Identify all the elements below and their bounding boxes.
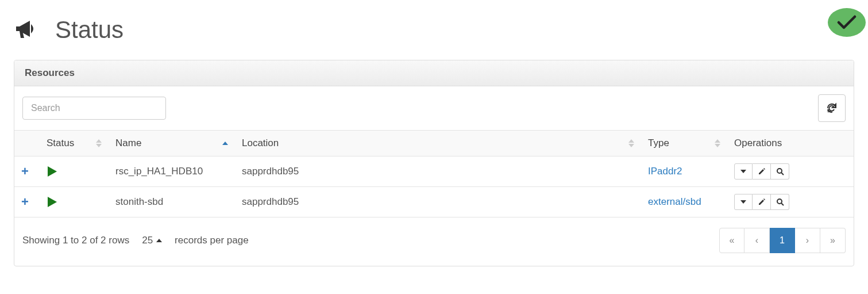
column-name[interactable]: Name	[109, 131, 235, 156]
sort-icon	[715, 139, 720, 147]
page-first-button[interactable]: «	[719, 228, 744, 253]
page-prev-button[interactable]: ‹	[744, 228, 770, 253]
play-icon	[47, 165, 102, 178]
column-location[interactable]: Location	[235, 131, 641, 156]
cell-name: rsc_ip_HA1_HDB10	[109, 156, 235, 187]
edit-button[interactable]	[753, 194, 771, 210]
panel-toolbar	[14, 86, 854, 130]
column-operations-label: Operations	[734, 138, 782, 148]
caret-up-icon	[156, 239, 162, 242]
panel-footer: Showing 1 to 2 of 2 rows 25 records per …	[14, 217, 854, 266]
column-type-label: Type	[648, 138, 669, 149]
type-link[interactable]: IPaddr2	[648, 166, 682, 177]
svg-point-0	[777, 169, 782, 173]
type-link[interactable]: external/sbd	[648, 196, 701, 207]
column-type[interactable]: Type	[641, 131, 727, 156]
resources-panel: Resources	[14, 60, 854, 266]
row-operations	[734, 194, 789, 210]
global-status-badge	[828, 8, 866, 37]
records-label: records per page	[175, 235, 249, 246]
page-next-button[interactable]: ›	[795, 228, 820, 253]
sort-icon	[222, 142, 228, 145]
cell-name: stonith-sbd	[109, 187, 235, 217]
expand-button[interactable]: +	[21, 164, 29, 178]
magnifier-icon	[776, 198, 784, 206]
caret-down-icon	[740, 170, 746, 173]
pagination: « ‹ 1 › »	[719, 228, 846, 253]
pencil-icon	[758, 198, 766, 206]
edit-button[interactable]	[753, 163, 771, 180]
svg-point-1	[777, 199, 782, 204]
page-size-value: 25	[142, 235, 153, 246]
column-status-label: Status	[47, 138, 74, 149]
inspect-button[interactable]	[771, 194, 789, 210]
bullhorn-icon	[14, 18, 39, 42]
column-expand	[14, 131, 40, 156]
page-size-select[interactable]: 25	[142, 235, 162, 246]
magnifier-icon	[776, 167, 784, 175]
cell-location: sapprdhdb95	[235, 187, 641, 217]
play-icon	[47, 196, 102, 208]
row-menu-button[interactable]	[734, 163, 753, 180]
table-row: + rsc_ip_HA1_HDB10 sapprdhdb95 IPaddr2	[14, 156, 854, 187]
sort-icon	[628, 139, 634, 147]
page-title: Status	[55, 16, 124, 44]
refresh-button[interactable]	[818, 94, 846, 122]
resources-table: Status Name Location	[14, 130, 854, 217]
row-operations	[734, 163, 789, 180]
cell-location: sapprdhdb95	[235, 156, 641, 187]
refresh-icon	[826, 102, 838, 114]
showing-text: Showing 1 to 2 of 2 rows	[22, 235, 129, 246]
expand-button[interactable]: +	[21, 194, 29, 209]
caret-down-icon	[740, 200, 746, 204]
column-location-label: Location	[242, 138, 279, 149]
column-name-label: Name	[115, 138, 141, 149]
table-row: + stonith-sbd sapprdhdb95 external/sbd	[14, 187, 854, 217]
page-header: Status	[14, 12, 854, 44]
page-last-button[interactable]: »	[820, 228, 846, 253]
column-status[interactable]: Status	[40, 131, 109, 156]
sort-icon	[96, 139, 102, 147]
page-number-button[interactable]: 1	[770, 228, 795, 253]
check-icon	[837, 15, 857, 30]
search-input[interactable]	[22, 97, 166, 120]
row-menu-button[interactable]	[734, 194, 753, 210]
panel-heading: Resources	[14, 60, 854, 86]
column-operations: Operations	[727, 131, 854, 156]
pencil-icon	[758, 167, 766, 175]
inspect-button[interactable]	[771, 163, 789, 180]
